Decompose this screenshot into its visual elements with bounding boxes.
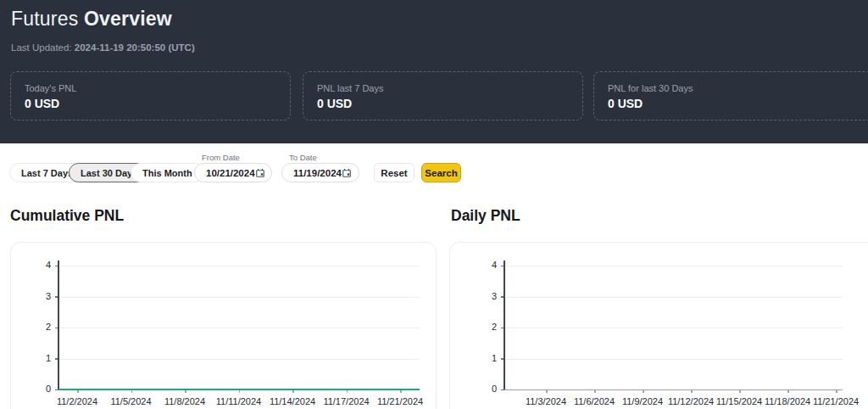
y-axis-tick-label: 4 <box>476 260 497 270</box>
x-axis-tick-label: 11/18/2024 <box>765 396 810 406</box>
x-axis-tick-label: 11/15/2024 <box>716 396 762 406</box>
page-header: Futures Overview Last Updated: 2024-11-1… <box>0 0 868 143</box>
to-date-input[interactable]: 11/19/2024 <box>281 163 359 182</box>
stat-card-pnl-7-days: PNL last 7 Days 0 USD <box>303 71 583 120</box>
y-axis-tick-label: 0 <box>31 384 51 394</box>
daily-pnl-chart: 0123411/3/202411/6/202411/9/202411/12/20… <box>449 242 868 409</box>
y-axis-tick-label: 2 <box>476 322 497 332</box>
page-title: Futures Overview <box>11 8 172 31</box>
stat-value: 0 USD <box>25 97 276 110</box>
x-axis-tick-label: 11/5/2024 <box>110 396 151 406</box>
stat-card-pnl-30-days: PNL for last 30 Days 0 USD <box>593 71 868 120</box>
gridline <box>58 328 420 328</box>
x-axis-tick <box>787 389 789 393</box>
stat-label: PNL for last 30 Days <box>608 83 860 93</box>
x-axis-tick <box>546 389 548 393</box>
to-date-value: 11/19/2024 <box>293 168 342 178</box>
x-axis-tick <box>739 389 741 393</box>
x-axis-tick-label: 11/3/2024 <box>526 396 566 406</box>
y-axis-tick-label: 2 <box>31 322 51 332</box>
from-date-value: 10/21/2024 <box>206 168 255 178</box>
x-axis-tick-label: 11/17/2024 <box>323 396 369 406</box>
gridline <box>504 359 843 360</box>
gridline <box>58 297 420 298</box>
y-axis-line <box>504 261 505 389</box>
x-axis-tick-label: 11/11/2024 <box>216 396 261 406</box>
x-axis-tick <box>643 389 644 393</box>
x-axis-line <box>504 389 843 390</box>
last-updated: Last Updated: 2024-11-19 20:50:50 (UTC) <box>11 42 195 53</box>
x-axis-tick-label: 11/9/2024 <box>622 396 663 406</box>
x-axis-tick-label: 11/14/2024 <box>270 396 315 406</box>
gridline <box>504 297 843 298</box>
from-date-label: From Date <box>202 153 240 162</box>
stat-value: 0 USD <box>608 97 860 110</box>
gridline <box>504 266 843 266</box>
series-line <box>58 389 420 390</box>
cumulative-pnl-plot: 0123411/2/202411/5/202411/8/202411/11/20… <box>58 266 420 389</box>
x-axis-tick <box>836 389 837 393</box>
x-axis-tick-label: 11/2/2024 <box>57 396 97 406</box>
stat-label: Today's PNL <box>25 83 276 93</box>
calendar-icon[interactable] <box>255 168 265 178</box>
x-axis-tick-label: 11/21/2024 <box>813 396 859 406</box>
gridline <box>58 359 420 360</box>
calendar-icon[interactable] <box>342 168 352 178</box>
reset-button[interactable]: Reset <box>374 163 415 182</box>
gridline <box>58 266 420 266</box>
to-date-label: To Date <box>289 153 317 162</box>
last-updated-value: 2024-11-19 20:50:50 (UTC) <box>75 42 195 53</box>
gridline <box>504 328 843 328</box>
from-date-input[interactable]: 10/21/2024 <box>194 163 272 182</box>
x-axis-tick-label: 11/21/2024 <box>377 396 423 406</box>
y-axis-line <box>58 261 59 389</box>
stat-value: 0 USD <box>317 97 569 110</box>
y-axis-tick-label: 1 <box>31 353 51 363</box>
daily-pnl-plot: 0123411/3/202411/6/202411/9/202411/12/20… <box>504 266 843 389</box>
chart-title-cumulative-pnl: Cumulative PNL <box>10 207 124 225</box>
x-axis-tick <box>691 389 693 393</box>
page-title-light: Futures <box>11 8 84 30</box>
x-axis-tick <box>594 389 596 393</box>
stat-label: PNL last 7 Days <box>317 83 569 93</box>
y-axis-tick-label: 3 <box>31 291 51 301</box>
x-axis-tick-label: 11/8/2024 <box>164 396 205 406</box>
last-updated-label: Last Updated: <box>11 42 75 53</box>
cumulative-pnl-chart: 0123411/2/202411/5/202411/8/202411/11/20… <box>10 242 437 409</box>
x-axis-tick-label: 11/12/2024 <box>668 396 714 406</box>
x-axis-tick-label: 11/6/2024 <box>574 396 615 406</box>
y-axis-tick-label: 0 <box>476 384 497 394</box>
y-axis-tick-label: 3 <box>476 291 497 301</box>
page-title-bold: Overview <box>84 8 172 30</box>
chart-title-daily-pnl: Daily PNL <box>451 207 520 225</box>
y-axis-tick-label: 4 <box>31 260 51 270</box>
range-button-this-month[interactable]: This Month <box>131 163 204 182</box>
stat-card-todays-pnl: Today's PNL 0 USD <box>10 71 291 120</box>
search-button[interactable]: Search <box>421 163 461 182</box>
y-axis-tick-label: 1 <box>476 353 497 363</box>
